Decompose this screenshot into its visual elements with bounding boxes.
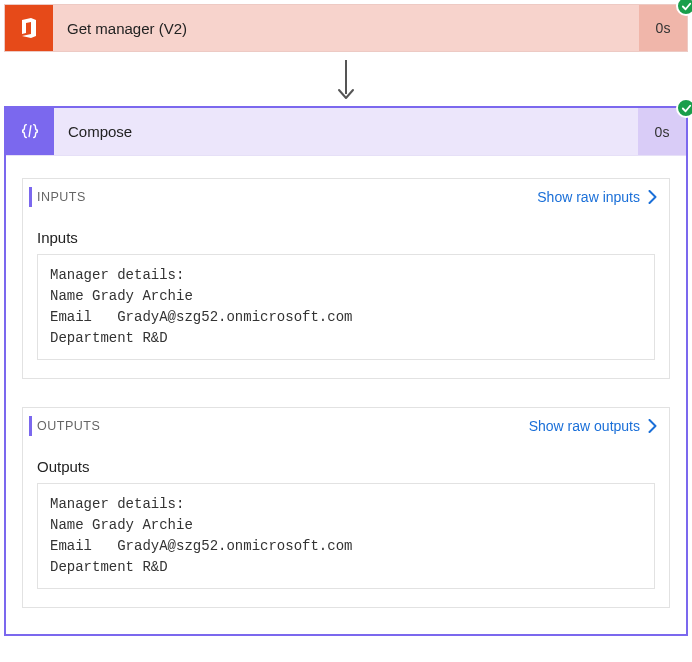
inputs-content: Manager details: Name Grady Archie Email… — [37, 254, 655, 360]
step-compose: Compose 0s INPUTS Show raw inputs Inputs… — [4, 106, 688, 636]
show-raw-inputs-label: Show raw inputs — [537, 189, 640, 205]
outputs-content: Manager details: Name Grady Archie Email… — [37, 483, 655, 589]
step-body: INPUTS Show raw inputs Inputs Manager de… — [6, 156, 686, 634]
outputs-subtitle: Outputs — [37, 458, 655, 475]
step-title: Get manager (V2) — [53, 5, 639, 51]
outputs-panel-body: Outputs Manager details: Name Grady Arch… — [23, 444, 669, 607]
chevron-right-icon — [648, 419, 657, 433]
step-header[interactable]: Get manager (V2) 0s — [4, 4, 688, 52]
show-raw-outputs-button[interactable]: Show raw outputs — [529, 418, 657, 434]
inputs-panel: INPUTS Show raw inputs Inputs Manager de… — [22, 178, 670, 379]
step-header[interactable]: Compose 0s — [6, 108, 686, 156]
step-get-manager[interactable]: Get manager (V2) 0s — [4, 4, 688, 52]
show-raw-outputs-label: Show raw outputs — [529, 418, 640, 434]
success-badge-icon — [676, 98, 692, 118]
chevron-right-icon — [648, 190, 657, 204]
show-raw-inputs-button[interactable]: Show raw inputs — [537, 189, 657, 205]
inputs-panel-head: INPUTS Show raw inputs — [23, 179, 669, 215]
flow-arrow-icon — [4, 52, 688, 106]
step-title: Compose — [54, 108, 638, 155]
inputs-panel-body: Inputs Manager details: Name Grady Archi… — [23, 215, 669, 378]
inputs-subtitle: Inputs — [37, 229, 655, 246]
braces-icon — [6, 108, 54, 155]
outputs-panel-head: OUTPUTS Show raw outputs — [23, 408, 669, 444]
svg-line-1 — [29, 125, 31, 136]
outputs-panel: OUTPUTS Show raw outputs Outputs Manager… — [22, 407, 670, 608]
outputs-label: OUTPUTS — [37, 419, 100, 433]
office-icon — [5, 5, 53, 51]
inputs-label: INPUTS — [37, 190, 86, 204]
